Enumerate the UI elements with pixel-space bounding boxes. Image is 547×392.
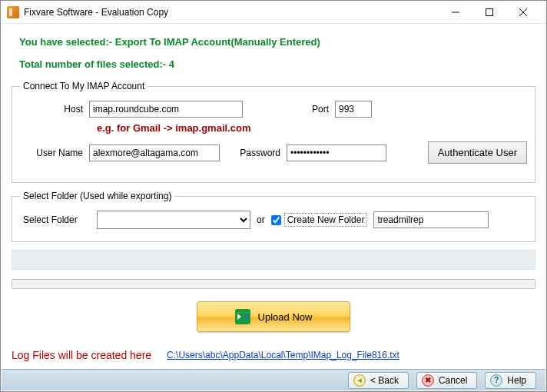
username-label: User Name [20,148,89,158]
select-folder-label: Select Folder [20,214,97,225]
minimize-button[interactable] [439,2,472,23]
upload-button-label: Upload Now [258,311,313,323]
create-folder-checkbox[interactable] [271,215,281,225]
imap-group: Connect To My IMAP Account Host Port e.g… [12,81,535,183]
password-input[interactable] [287,145,386,161]
help-label: Help [507,375,526,386]
svg-rect-1 [486,8,493,15]
back-label: < Back [370,375,399,386]
back-button[interactable]: ◄ < Back [348,372,409,389]
cancel-icon: ✖ [422,374,434,387]
file-count-status: Total number of files selected:- 4 [19,58,535,70]
maximize-button[interactable] [472,2,506,23]
app-icon [7,6,19,18]
folder-group: Select Folder (Used while exporting) Sel… [12,191,535,242]
help-icon: ? [490,374,502,387]
upload-now-button[interactable]: Upload Now [197,301,350,332]
password-label: Password [229,148,287,158]
cancel-button[interactable]: ✖ Cancel [416,372,477,389]
imap-legend: Connect To My IMAP Account [20,81,148,91]
window-title: Fixvare Software - Evaluation Copy [24,7,439,18]
new-folder-input[interactable] [373,211,489,228]
upload-icon [235,309,250,324]
folder-legend: Select Folder (Used while exporting) [20,191,174,201]
help-button[interactable]: ? Help [485,372,536,389]
log-path-link[interactable]: C:\Users\abc\AppData\Local\Temp\IMap_Log… [167,350,399,360]
arrow-left-icon: ◄ [353,374,366,387]
host-label: Host [20,104,89,115]
cancel-label: Cancel [439,375,467,386]
username-input[interactable] [89,145,220,161]
authenticate-button[interactable]: Authenticate User [428,141,527,164]
or-text: or [257,214,265,225]
create-folder-label[interactable]: Create New Folder [284,213,368,227]
close-button[interactable] [506,2,540,23]
port-input[interactable] [335,101,372,118]
port-label: Port [289,104,335,115]
status-bar-area [12,250,535,270]
host-input[interactable] [89,101,243,118]
selection-status: You have selected:- Export To IMAP Accou… [19,36,535,48]
select-folder-dropdown[interactable] [97,211,250,229]
progress-bar [12,279,535,289]
gmail-hint: e.g. for Gmail -> imap.gmail.com [97,122,527,134]
log-label: Log Files will be created here [12,349,151,361]
